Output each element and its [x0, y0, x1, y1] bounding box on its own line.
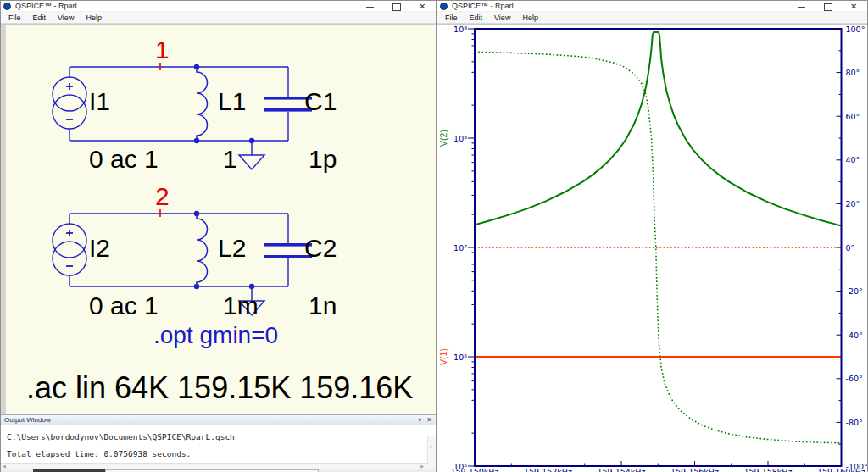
output-horizontal-scrollbar[interactable]: ◀ ▶: [1, 464, 436, 469]
panel-close-icon[interactable]: ✕: [426, 416, 432, 424]
axis-tick-label: 10⁹: [453, 25, 467, 34]
axis-tick-label: 159.150kHz: [451, 467, 499, 472]
node-label-2[interactable]: 2: [155, 182, 170, 210]
close-button[interactable]: ✕: [850, 3, 858, 10]
axis-tick-label: 60°: [846, 112, 860, 121]
plot-frame: [475, 29, 842, 466]
menubar-right: File Edit View Help: [437, 12, 867, 24]
menu-edit[interactable]: Edit: [464, 13, 489, 23]
directive-opt-gmin[interactable]: .opt gmin=0: [153, 322, 278, 348]
scroll-up-icon[interactable]: ▲: [430, 437, 432, 454]
schematic-window: QSPICE™ - RparL ✕ File Edit View Help: [0, 0, 437, 472]
directive-ac-analysis[interactable]: .ac lin 64K 159.15K 159.16K: [26, 370, 413, 405]
label-L1[interactable]: L1: [218, 87, 246, 115]
menu-view[interactable]: View: [488, 13, 516, 23]
label-I1[interactable]: I1: [89, 87, 110, 115]
axis-tick-label: 159.160kHz: [817, 467, 865, 472]
plot-svg: V(2) V(1) 10⁹10⁸10⁷10⁶10⁵100°80°60°40°20…: [437, 25, 867, 472]
canvas-background: [1, 25, 436, 414]
axis-tick-label: 10⁶: [453, 353, 467, 362]
minimize-button[interactable]: [798, 3, 805, 10]
value-C2[interactable]: 1n: [309, 292, 337, 319]
value-I1[interactable]: 0 ac 1: [89, 145, 159, 173]
axis-tick-label: 100°: [846, 25, 865, 34]
output-line-elapsed: Total elapsed time: 0.0756938 seconds.: [7, 446, 424, 463]
label-L2[interactable]: L2: [218, 234, 246, 262]
waveform-window: QSPICE™ - RparL ✕ File Edit View Help V(…: [437, 0, 868, 472]
value-L2[interactable]: 1m: [223, 292, 259, 319]
menubar-left: File Edit View Help: [1, 12, 436, 24]
axis-tick-label: -40°: [846, 330, 863, 340]
axis-tick-label: 159.154kHz: [598, 467, 646, 472]
menu-file[interactable]: File: [439, 13, 464, 23]
axis-tick-label: 159.152kHz: [524, 467, 572, 472]
left-axis-label-v1: V(1): [438, 348, 448, 365]
curve-v-2-phase: [475, 52, 842, 443]
titlebar-right[interactable]: QSPICE™ - RparL ✕: [437, 1, 867, 12]
qspice-app-icon: [3, 3, 11, 10]
left-axis-label-v2: V(2): [438, 130, 448, 147]
label-I2[interactable]: I2: [89, 234, 110, 262]
scroll-left-icon[interactable]: ◀: [3, 464, 6, 469]
menu-file[interactable]: File: [3, 13, 27, 23]
axis-tick-label: 0°: [846, 243, 855, 253]
axis-tick-label: 40°: [846, 155, 860, 164]
value-L1[interactable]: 1: [223, 145, 237, 173]
label-C2[interactable]: C2: [304, 234, 337, 262]
axis-tick-label: 20°: [846, 199, 860, 208]
panel-dropdown-icon[interactable]: ▾: [418, 416, 421, 424]
axis-tick-label: 80°: [846, 68, 860, 77]
qspice-app-icon: [440, 3, 448, 10]
curve-v-2-magnitude: [475, 32, 842, 226]
menu-help[interactable]: Help: [80, 13, 108, 23]
menu-help[interactable]: Help: [516, 13, 544, 23]
schematic-canvas[interactable]: I1 0 ac 1 L1 1 C1 1p 1: [1, 24, 436, 414]
axis-tick-label: -60°: [846, 374, 863, 383]
minimize-button[interactable]: [366, 3, 374, 10]
axis-tick-label: 10⁷: [453, 243, 467, 253]
window-title-right: QSPICE™ - RparL: [452, 2, 798, 10]
titlebar-left[interactable]: QSPICE™ - RparL ✕: [1, 1, 436, 12]
axis-tick-label: -20°: [846, 286, 863, 296]
menu-view[interactable]: View: [52, 13, 80, 23]
axis-tick-label: -80°: [846, 418, 863, 427]
output-line-path: C:\Users\bordodynov\Documents\QSPICE\Rpa…: [7, 429, 424, 446]
axis-tick-label: 159.158kHz: [744, 467, 793, 472]
output-window-title: Output Window: [4, 416, 51, 424]
maximize-button[interactable]: [824, 3, 832, 10]
node-label-1[interactable]: 1: [155, 36, 170, 64]
label-C1[interactable]: C1: [304, 87, 337, 115]
value-I2[interactable]: 0 ac 1: [89, 292, 159, 319]
waveform-plot-area[interactable]: V(2) V(1) 10⁹10⁸10⁷10⁶10⁵100°80°60°40°20…: [437, 24, 867, 472]
close-button[interactable]: ✕: [419, 3, 426, 10]
menu-edit[interactable]: Edit: [27, 13, 53, 23]
maximize-button[interactable]: [392, 3, 400, 10]
output-window-header[interactable]: Output Window ▾ ✕: [1, 415, 436, 425]
axis-tick-label: 159.156kHz: [670, 467, 719, 472]
canvas-left-edge: [1, 25, 6, 414]
output-window-panel: Output Window ▾ ✕ C:\Users\bordodynov\Do…: [1, 414, 436, 472]
schematic-svg: I1 0 ac 1 L1 1 C1 1p 1: [1, 25, 436, 414]
axis-tick-label: 10⁸: [453, 134, 467, 143]
value-C1[interactable]: 1p: [309, 145, 337, 173]
scroll-right-icon[interactable]: ▶: [420, 464, 424, 469]
output-log: C:\Users\bordodynov\Documents\QSPICE\Rpa…: [1, 425, 436, 464]
window-title-left: QSPICE™ - RparL: [15, 2, 366, 10]
